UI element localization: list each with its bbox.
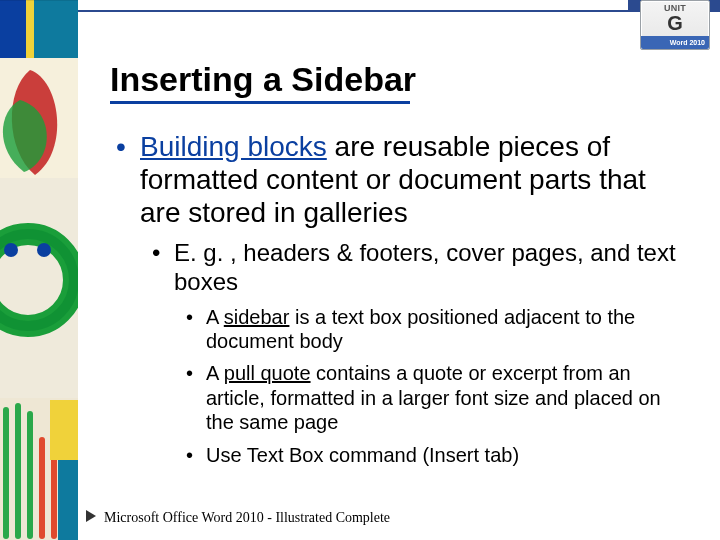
- unit-product: Word 2010: [641, 36, 709, 49]
- svg-point-9: [37, 243, 51, 257]
- svg-rect-17: [58, 460, 78, 540]
- svg-rect-16: [50, 400, 78, 460]
- bullet-l3-textbox: Use Text Box command (Insert tab): [206, 443, 690, 467]
- bullet-l2-text: E. g. , headers & footers, cover pages, …: [174, 239, 676, 295]
- bullet-l3-pullquote: A pull quote contains a quote or excerpt…: [206, 361, 690, 434]
- header-hairline: [78, 10, 720, 12]
- slide-title: Inserting a Sidebar: [110, 60, 416, 104]
- bullet-l3-sidebar: A sidebar is a text box positioned adjac…: [206, 305, 690, 354]
- svg-rect-3: [26, 0, 34, 58]
- slide: UNIT G Word 2010 Inserting a Sidebar Bui…: [0, 0, 720, 540]
- svg-point-8: [4, 243, 18, 257]
- unit-letter: G: [641, 14, 709, 32]
- footer-text: Microsoft Office Word 2010 - Illustrated…: [104, 510, 390, 526]
- unit-badge: UNIT G Word 2010: [640, 0, 710, 50]
- slide-content: Building blocks are reusable pieces of f…: [110, 130, 690, 477]
- footer-arrow-icon: [86, 510, 96, 522]
- bullet-l2: E. g. , headers & footers, cover pages, …: [174, 239, 690, 467]
- keyterm-sidebar: sidebar: [224, 306, 290, 328]
- keyterm-pull-quote: pull quote: [224, 362, 311, 384]
- keyterm-building-blocks: Building blocks: [140, 131, 327, 162]
- decorative-art-strip: [0, 0, 78, 540]
- bullet-l1: Building blocks are reusable pieces of f…: [140, 130, 690, 467]
- svg-rect-2: [0, 0, 26, 58]
